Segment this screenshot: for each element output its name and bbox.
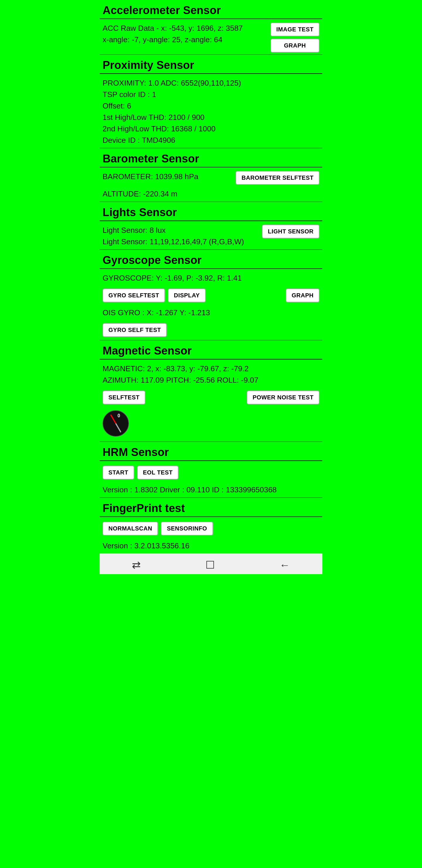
magnetic-title: Magnetic Sensor [100, 340, 322, 360]
hrm-version-line: Version : 1.8302 Driver : 09.110 ID : 13… [103, 484, 319, 496]
gyroscope-title: Gyroscope Sensor [100, 250, 322, 269]
proximity-line6: Device ID : TMD4906 [103, 134, 319, 146]
barometer-altitude: ALTITUDE: -220.34 m [100, 186, 322, 202]
recent-apps-icon[interactable]: ⇄ [132, 559, 141, 571]
acc-graph-button[interactable]: GRAPH [270, 39, 319, 53]
gyro-graph-button[interactable]: GRAPH [286, 288, 319, 302]
gyroscope-line1: GYROSCOPE: Y: -1.69, P: -3.92, R: 1.41 [103, 272, 319, 284]
hrm-button-row: START EOL TEST [100, 463, 322, 483]
magnetic-section: Magnetic Sensor MAGNETIC: 2, x: -83.73, … [100, 340, 322, 441]
lights-line1: Light Sensor: 8 lux [103, 225, 259, 236]
accelerometer-section: Accelerometer Sensor ACC Raw Data - x: -… [100, 0, 322, 54]
proximity-line2: TSP color ID : 1 [103, 89, 319, 100]
magnetic-button-row: SELFTEST POWER NOISE TEST [100, 388, 322, 407]
magnetic-content: MAGNETIC: 2, x: -83.73, y: -79.67, z: -7… [100, 361, 322, 388]
proximity-content: PROXIMITY: 1.0 ADC: 6552(90,110,125) TSP… [100, 76, 322, 148]
proximity-section: Proximity Sensor PROXIMITY: 1.0 ADC: 655… [100, 55, 322, 148]
accelerometer-buttons: IMAGE TEST GRAPH [270, 23, 319, 53]
barometer-row: BAROMETER: 1039.98 hPa BAROMETER SELFTES… [100, 169, 322, 186]
fingerprint-version-line: Version : 3.2.013.5356.16 [103, 540, 319, 552]
barometer-line2: ALTITUDE: -220.34 m [103, 188, 319, 200]
sensorinfo-button[interactable]: SENSORINFO [161, 522, 213, 535]
proximity-line3: Offset: 6 [103, 100, 319, 112]
fingerprint-title: FingerPrint test [100, 498, 322, 517]
gyroscope-ois: OIS GYRO : X: -1.267 Y: -1.213 [100, 305, 322, 320]
proximity-line1: PROXIMITY: 1.0 ADC: 6552(90,110,125) [103, 78, 319, 89]
accelerometer-row: ACC Raw Data - x: -543, y: 1696, z: 3587… [100, 21, 322, 54]
compass-dial: 0 [103, 410, 129, 437]
hrm-title: HRM Sensor [100, 442, 322, 461]
barometer-text: BAROMETER: 1039.98 hPa [103, 171, 233, 182]
gyroscope-line2: OIS GYRO : X: -1.267 Y: -1.213 [103, 307, 319, 318]
gyro-display-button[interactable]: DISPLAY [168, 288, 205, 302]
lights-title: Lights Sensor [100, 202, 322, 221]
compass-zero-label: 0 [118, 413, 120, 418]
power-noise-test-button[interactable]: POWER NOISE TEST [247, 391, 319, 404]
magnetic-line1: MAGNETIC: 2, x: -83.73, y: -79.67, z: -7… [103, 363, 319, 374]
compass-container: 0 [100, 407, 322, 441]
accelerometer-title: Accelerometer Sensor [100, 0, 322, 19]
proximity-line5: 2nd High/Low THD: 16368 / 1000 [103, 123, 319, 134]
gyro-selftest-button[interactable]: GYRO SELFTEST [103, 288, 165, 302]
barometer-section: Barometer Sensor BAROMETER: 1039.98 hPa … [100, 148, 322, 202]
image-test-button[interactable]: IMAGE TEST [270, 23, 319, 36]
lights-line2: Light Sensor: 11,19,12,16,49,7 (R,G,B,W) [103, 236, 259, 248]
gyroscope-content: GYROSCOPE: Y: -1.69, P: -3.92, R: 1.41 [100, 271, 322, 286]
fingerprint-version: Version : 3.2.013.5356.16 [100, 538, 322, 553]
navigation-bar: ⇄ ☐ ← [100, 553, 322, 574]
acc-line1: ACC Raw Data - x: -543, y: 1696, z: 3587 [103, 23, 267, 34]
fingerprint-button-row: NORMALSCAN SENSORINFO [100, 519, 322, 538]
hrm-section: HRM Sensor START EOL TEST Version : 1.83… [100, 442, 322, 497]
lights-buttons: LIGHT SENSOR [262, 225, 319, 239]
barometer-selftest-button[interactable]: BAROMETER SELFTEST [236, 171, 319, 185]
hrm-eol-button[interactable]: EOL TEST [137, 466, 178, 479]
acc-line2: x-angle: -7, y-angle: 25, z-angle: 64 [103, 34, 267, 45]
normalscan-button[interactable]: NORMALSCAN [103, 522, 158, 535]
lights-text: Light Sensor: 8 lux Light Sensor: 11,19,… [103, 225, 259, 248]
home-icon[interactable]: ☐ [205, 559, 215, 571]
lights-section: Lights Sensor Light Sensor: 8 lux Light … [100, 202, 322, 249]
fingerprint-section: FingerPrint test NORMALSCAN SENSORINFO V… [100, 498, 322, 553]
proximity-line4: 1st High/Low THD: 2100 / 900 [103, 112, 319, 123]
gyroscope-section: Gyroscope Sensor GYROSCOPE: Y: -1.69, P:… [100, 250, 322, 340]
barometer-line1: BAROMETER: 1039.98 hPa [103, 171, 233, 182]
light-sensor-button[interactable]: LIGHT SENSOR [262, 225, 319, 239]
gyro-self-test-button[interactable]: GYRO SELF TEST [103, 323, 167, 337]
barometer-title: Barometer Sensor [100, 148, 322, 167]
gyroscope-button-row1: GYRO SELFTEST DISPLAY GRAPH [100, 286, 322, 305]
hrm-version: Version : 1.8302 Driver : 09.110 ID : 13… [100, 483, 322, 497]
accelerometer-text: ACC Raw Data - x: -543, y: 1696, z: 3587… [103, 23, 267, 45]
magnetic-line2: AZIMUTH: 117.09 PITCH: -25.56 ROLL: -9.0… [103, 374, 319, 386]
proximity-title: Proximity Sensor [100, 55, 322, 74]
back-icon[interactable]: ← [280, 559, 290, 571]
gyroscope-button-row2: GYRO SELF TEST [100, 320, 322, 340]
magnetic-selftest-button[interactable]: SELFTEST [103, 391, 145, 404]
hrm-start-button[interactable]: START [103, 466, 134, 479]
barometer-buttons: BAROMETER SELFTEST [236, 171, 319, 185]
lights-row: Light Sensor: 8 lux Light Sensor: 11,19,… [100, 223, 322, 249]
